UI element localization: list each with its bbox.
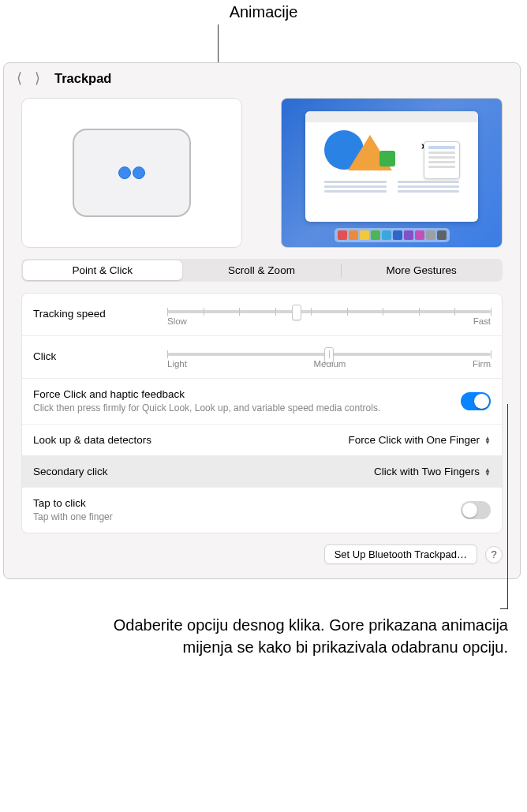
callout-line — [218, 24, 219, 62]
tracking-speed-label: Tracking speed — [33, 303, 151, 320]
lookup-row: Look up & data detectors Force Click wit… — [22, 425, 502, 456]
click-label: Click — [33, 346, 151, 362]
chevron-updown-icon: ▲▼ — [484, 436, 491, 444]
secondary-click-label: Secondary click — [33, 466, 108, 477]
dock-preview — [335, 228, 450, 242]
force-click-label: Force Click and haptic feedback — [33, 388, 451, 400]
tap-to-click-toggle[interactable] — [461, 501, 491, 519]
tab-more-gestures[interactable]: More Gestures — [342, 260, 501, 280]
page-title: Trackpad — [54, 71, 111, 86]
click-row: Click Light Medium Firm — [22, 336, 502, 379]
back-icon[interactable]: ⟨ — [13, 69, 25, 87]
forward-icon[interactable]: ⟩ — [32, 69, 43, 87]
force-click-row: Force Click and haptic feedback Click th… — [22, 379, 502, 425]
header: ⟨ ⟩ Trackpad — [4, 63, 520, 93]
force-click-toggle[interactable] — [461, 392, 491, 410]
tab-bar: Point & Click Scroll & Zoom More Gesture… — [21, 259, 503, 282]
chevron-updown-icon: ▲▼ — [484, 468, 491, 476]
callout-line — [507, 404, 508, 609]
lookup-label: Look up & data detectors — [33, 434, 151, 446]
callout-bottom-wrap: Odaberite opciju desnog klika. Gore prik… — [0, 579, 527, 705]
secondary-click-value: Click with Two Fingers — [374, 466, 480, 477]
slider-min-label: Slow — [167, 316, 187, 326]
trackpad-surface — [73, 129, 191, 217]
tracking-speed-slider[interactable] — [167, 310, 491, 313]
slider-max-label: Firm — [473, 359, 491, 369]
finger-dot-icon — [133, 167, 145, 179]
tap-to-click-label: Tap to click — [33, 497, 451, 509]
lookup-value: Force Click with One Finger — [349, 434, 480, 446]
lookup-select[interactable]: Force Click with One Finger ▲▼ — [349, 434, 491, 446]
desktop-animation-preview: ➤ — [281, 98, 503, 248]
trackpad-settings-window: ⟨ ⟩ Trackpad ➤ — [3, 62, 521, 579]
help-button[interactable]: ? — [485, 546, 503, 563]
slider-min-label: Light — [167, 359, 187, 369]
context-menu-icon — [424, 141, 460, 179]
tab-point-click[interactable]: Point & Click — [23, 260, 182, 280]
callout-animations: Animacije — [0, 0, 527, 21]
finger-dot-icon — [118, 167, 131, 179]
tap-to-click-row: Tap to click Tap with one finger — [22, 488, 502, 533]
preview-app-window: ➤ — [305, 111, 478, 222]
secondary-click-row: Secondary click Click with Two Fingers ▲… — [22, 456, 502, 488]
tap-to-click-desc: Tap with one finger — [33, 511, 451, 523]
click-slider[interactable] — [167, 353, 491, 356]
setup-bluetooth-trackpad-button[interactable]: Set Up Bluetooth Trackpad… — [324, 544, 477, 564]
slider-max-label: Fast — [473, 316, 491, 326]
callout-secondary-click: Odaberite opciju desnog klika. Gore prik… — [66, 614, 508, 658]
tracking-speed-row: Tracking speed Slow Fast — [22, 294, 502, 336]
footer: Set Up Bluetooth Trackpad… ? — [4, 544, 520, 578]
trackpad-animation-preview — [21, 98, 242, 248]
secondary-click-select[interactable]: Click with Two Fingers ▲▼ — [374, 466, 491, 477]
preview-row: ➤ — [4, 93, 520, 259]
tab-scroll-zoom[interactable]: Scroll & Zoom — [182, 260, 342, 280]
settings-card: Tracking speed Slow Fast Click Light — [21, 293, 503, 533]
force-click-desc: Click then press firmly for Quick Look, … — [33, 402, 451, 414]
